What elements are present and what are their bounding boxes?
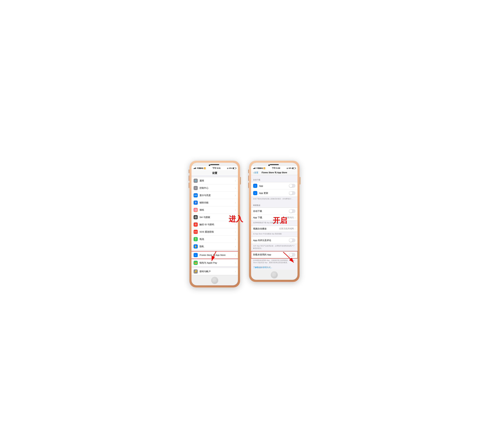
rating-toggle[interactable] bbox=[289, 238, 295, 242]
bar3 bbox=[195, 168, 195, 169]
back-label[interactable]: 设置 bbox=[254, 171, 258, 174]
wallpaper-chevron: › bbox=[235, 209, 236, 211]
bar3-2 bbox=[254, 168, 255, 169]
app-icon: A bbox=[253, 184, 257, 188]
access-icon: ♿ bbox=[194, 200, 198, 205]
app-update-item[interactable]: A App 更新 bbox=[251, 190, 298, 197]
settings-item-privacy[interactable]: ✋ 隐私 › bbox=[191, 243, 238, 250]
display-chevron: › bbox=[235, 194, 236, 197]
settings-item-access[interactable]: ♿ 辅助功能 › bbox=[191, 199, 238, 206]
cellular-auto-thumb bbox=[289, 209, 293, 213]
status-left-1: 中国移动 📶 bbox=[194, 167, 206, 169]
app-update-toggle-thumb bbox=[289, 191, 293, 195]
settings-item-password[interactable]: 🔑 密码与帐户 › bbox=[191, 268, 238, 275]
phone1-inner: 中国移动 📶 下午 5:31 ◎ 32% bbox=[191, 163, 238, 285]
sos-chevron: › bbox=[235, 231, 236, 233]
settings-item-battery[interactable]: 🔋 电池 › bbox=[191, 236, 238, 243]
battery-fill-2 bbox=[293, 168, 293, 169]
app-label: App bbox=[259, 185, 289, 187]
home-inner-1 bbox=[212, 278, 217, 283]
settings-item-control[interactable]: ⊙ 控制中心 › bbox=[191, 184, 238, 192]
battery-icon-2 bbox=[292, 167, 295, 169]
front-camera bbox=[209, 165, 210, 166]
arrow-jin bbox=[207, 250, 222, 262]
svg-text:A: A bbox=[255, 192, 256, 194]
footer-link[interactable]: 了解数据的管理方式... bbox=[253, 266, 272, 268]
display-label: 显示与亮度 bbox=[200, 194, 235, 197]
nav-bar-2: ‹ 设置 iTunes Store 与 App Store bbox=[251, 170, 298, 175]
power-button-2[interactable] bbox=[300, 177, 300, 184]
earpiece-2 bbox=[270, 164, 279, 165]
rating-group: App 内评分及评论 bbox=[251, 237, 298, 244]
phone1-top bbox=[191, 163, 238, 166]
password-settings-group: 🔑 密码与帐户 › bbox=[191, 268, 238, 275]
home-button-2[interactable] bbox=[271, 272, 277, 278]
rating-section: App 内评分及评论 允许 App 询问产品使用反馈，以帮助开发者和其他用户了解… bbox=[251, 237, 298, 251]
app-toggle[interactable] bbox=[289, 184, 295, 188]
status-bar-1: 中国移动 📶 下午 5:31 ◎ 32% bbox=[191, 166, 238, 170]
status-bar-2: 中国移动 📶 下午 5:30 ◎ 32% bbox=[251, 166, 298, 170]
app-update-toggle[interactable] bbox=[289, 191, 295, 195]
password-group: 🔑 密码与帐户 › bbox=[191, 268, 238, 275]
app-download-item[interactable]: A App bbox=[251, 182, 298, 190]
home-button-1[interactable] bbox=[212, 277, 218, 283]
phone2-bottom bbox=[251, 270, 298, 280]
settings-item-display[interactable]: AA 显示与亮度 › bbox=[191, 192, 238, 199]
settings-item-general[interactable]: ⚙️ 通用 › bbox=[191, 177, 238, 184]
battery-settings-icon: 🔋 bbox=[194, 237, 198, 241]
signal-icon-2 bbox=[253, 167, 255, 169]
wallpaper-label: 墙纸 bbox=[200, 208, 235, 211]
rating-item[interactable]: App 内评分及评论 bbox=[251, 237, 298, 244]
phone1-bottom bbox=[191, 275, 238, 285]
general-icon: ⚙️ bbox=[194, 179, 198, 183]
front-camera-2 bbox=[268, 165, 270, 166]
siri-icon bbox=[194, 215, 198, 219]
rating-toggle-thumb bbox=[289, 239, 293, 242]
video-group: 视频自动播放 仅限无线局域网 › bbox=[251, 226, 298, 232]
volume-up-button-2[interactable] bbox=[248, 175, 249, 181]
access-label: 辅助功能 bbox=[200, 201, 235, 204]
settings-item-sos[interactable]: SOS SOS 紧急联络 › bbox=[191, 228, 238, 236]
arrow-kaiq bbox=[280, 251, 298, 265]
signal-icon bbox=[194, 167, 196, 169]
silent-button-2[interactable] bbox=[248, 170, 249, 173]
sos-label: SOS 紧急联络 bbox=[200, 231, 235, 233]
video-desc: 在 App Store 中自动播放 App 预览视频 bbox=[251, 232, 298, 236]
app-download-chevron: › bbox=[295, 216, 295, 219]
display-icon: AA bbox=[194, 193, 198, 197]
phone1-wrapper: 进入 bbox=[189, 161, 240, 287]
svg-point-2 bbox=[195, 217, 196, 218]
cellular-auto-item[interactable]: 自动下载 bbox=[251, 208, 298, 215]
bar4 bbox=[195, 167, 196, 169]
password-label: 密码与帐户 bbox=[200, 270, 235, 273]
back-button[interactable]: ‹ 设置 bbox=[253, 171, 258, 174]
battery-icon-1 bbox=[233, 167, 236, 169]
general-chevron: › bbox=[235, 180, 236, 182]
privacy-icon: ✋ bbox=[194, 244, 198, 249]
silent-button[interactable] bbox=[189, 170, 189, 173]
bar1 bbox=[194, 168, 194, 169]
itunes-icon: A bbox=[194, 253, 198, 257]
settings-group-1: ⚙️ 通用 › ⊙ 控制中心 › bbox=[191, 177, 238, 250]
itunes-page-title: iTunes Store 与 App Store bbox=[261, 171, 287, 174]
volume-down-button-2[interactable] bbox=[248, 183, 249, 188]
wallet-chevron: › bbox=[235, 262, 236, 264]
phone2-top bbox=[251, 163, 298, 166]
auto-download-section: 自动下载 A App bbox=[251, 176, 298, 201]
power-button[interactable] bbox=[240, 177, 241, 184]
wallet-icon: 💳 bbox=[194, 261, 198, 265]
carrier-2: 中国移动 bbox=[256, 167, 263, 169]
video-autoplay-label: 视频自动播放 bbox=[253, 227, 279, 230]
settings-item-wallpaper[interactable]: 🌸 墙纸 › bbox=[191, 206, 238, 214]
cellular-auto-toggle[interactable] bbox=[289, 209, 295, 213]
battery-text-1: 32% bbox=[229, 167, 232, 169]
volume-up-button[interactable] bbox=[189, 175, 189, 181]
volume-down-button[interactable] bbox=[189, 183, 189, 188]
video-autoplay-item[interactable]: 视频自动播放 仅限无线局域网 › bbox=[251, 226, 298, 232]
battery-chevron: › bbox=[235, 238, 236, 240]
svg-text:A: A bbox=[255, 185, 256, 187]
status-right-1: ◎ 32% bbox=[227, 167, 236, 169]
wifi-icon-1: 📶 bbox=[204, 167, 206, 169]
access-chevron: › bbox=[235, 201, 236, 204]
rating-label: App 内评分及评论 bbox=[253, 239, 289, 242]
